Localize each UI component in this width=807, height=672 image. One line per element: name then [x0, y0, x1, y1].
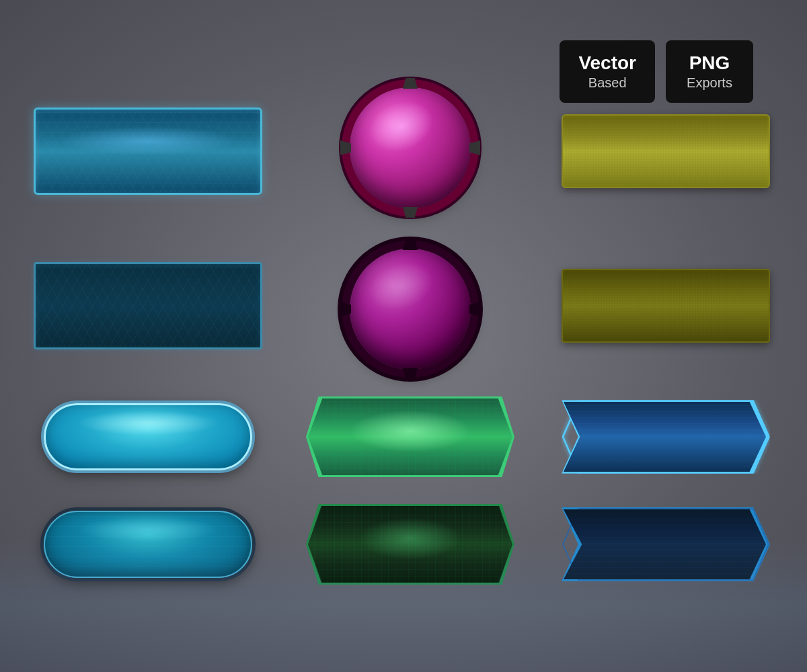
- vector-badge-line1: Vector: [578, 52, 636, 74]
- yellow-rect-button[interactable]: [562, 114, 770, 188]
- blue-tech-button[interactable]: [562, 400, 770, 474]
- yellow-rect-dark-button[interactable]: [562, 269, 770, 343]
- purple-circle-cell: [303, 87, 518, 215]
- blue-rect-dark-button[interactable]: [34, 262, 262, 349]
- blue-rect-dark-cell: [34, 262, 262, 349]
- purple-circle-frame: [350, 87, 471, 208]
- right-nub-dark: [469, 302, 480, 317]
- png-badge-line1: PNG: [685, 52, 734, 74]
- bottom-nub-dark: [403, 368, 418, 379]
- green-hex-cell: [303, 396, 518, 477]
- blue-rect-button[interactable]: [34, 108, 262, 195]
- green-hex-dark-button[interactable]: [306, 504, 514, 585]
- purple-circle-dark-frame: [350, 249, 471, 370]
- purple-circle-dark-cell: [303, 242, 518, 370]
- cyan-pill-cell: [34, 403, 262, 470]
- button-grid: [34, 87, 773, 585]
- top-nub: [403, 78, 418, 89]
- yellow-rect-dark-cell: [558, 269, 773, 343]
- blue-tech-inner: [564, 402, 768, 472]
- green-hex-button[interactable]: [306, 396, 514, 477]
- purple-circle-button[interactable]: [350, 87, 471, 208]
- green-hex-dark-cell: [303, 504, 518, 585]
- purple-circle-dark-button[interactable]: [350, 249, 471, 370]
- bottom-nub: [403, 207, 418, 218]
- right-nub: [469, 140, 480, 155]
- blue-tech-cell: [558, 400, 773, 474]
- blue-rect-cell: [34, 108, 262, 195]
- cyan-pill-button[interactable]: [44, 403, 252, 470]
- top-nub-dark: [403, 239, 418, 250]
- yellow-rect-cell: [558, 114, 773, 188]
